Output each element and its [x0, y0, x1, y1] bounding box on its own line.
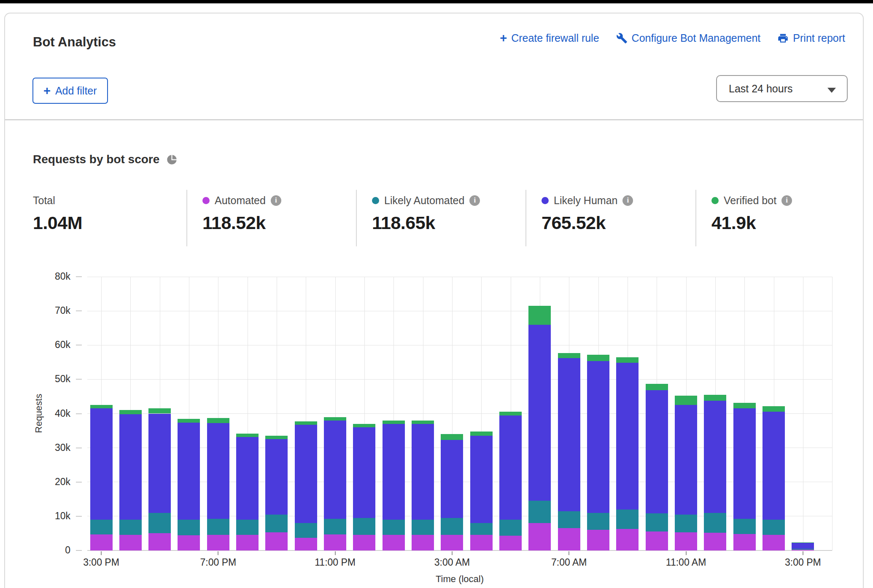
- y-tick-label: 0: [28, 545, 70, 556]
- bar-100pm[interactable]: [733, 403, 756, 550]
- verified-bot-segment: [383, 421, 405, 424]
- verified-bot-segment: [499, 412, 522, 415]
- bar-300pm[interactable]: [90, 405, 113, 550]
- likely-human-segment: [587, 361, 609, 513]
- automated-segment: [412, 535, 434, 550]
- likely-human-segment: [675, 405, 697, 515]
- likely-automated-segment: [441, 518, 463, 535]
- likely-human-segment: [119, 414, 142, 520]
- likely-automated-segment: [675, 515, 697, 532]
- x-axis-title: Time (local): [401, 574, 519, 585]
- verified-bot-segment: [441, 434, 463, 440]
- bar-1100am[interactable]: [675, 396, 697, 550]
- automated-segment: [178, 535, 200, 550]
- likely-human-segment: [646, 390, 668, 514]
- bar-1000am[interactable]: [646, 384, 668, 550]
- top-bar: [0, 0, 873, 3]
- likely-automated-segment: [646, 513, 668, 531]
- likely-human-segment: [207, 423, 229, 519]
- likely-human-segment: [528, 325, 551, 501]
- verified-bot-segment: [324, 417, 346, 421]
- bar-800am[interactable]: [587, 355, 609, 550]
- bar-200pm[interactable]: [763, 406, 785, 550]
- y-tick-label: 50k: [28, 373, 70, 385]
- bar-800pm[interactable]: [236, 434, 259, 550]
- bar-600pm[interactable]: [178, 419, 200, 550]
- y-tick-label: 10k: [28, 510, 70, 522]
- x-tick: [803, 551, 803, 555]
- likely-human-segment: [558, 358, 580, 511]
- bar-300pm[interactable]: [792, 542, 814, 550]
- likely-human-segment: [792, 543, 814, 549]
- y-tick: [76, 516, 82, 517]
- bar-600am[interactable]: [528, 306, 551, 550]
- automated-segment: [763, 535, 785, 550]
- bar-400pm[interactable]: [119, 410, 142, 550]
- likely-automated-segment: [148, 513, 171, 534]
- automated-segment: [207, 535, 229, 550]
- x-tick-label: 3:00 PM: [67, 557, 135, 568]
- likely-automated-segment: [792, 549, 814, 550]
- bar-300am[interactable]: [441, 434, 463, 550]
- bar-900am[interactable]: [616, 357, 639, 550]
- likely-human-segment: [236, 437, 259, 520]
- verified-bot-segment: [528, 306, 551, 325]
- y-tick-label: 70k: [28, 305, 70, 316]
- likely-human-segment: [763, 412, 785, 520]
- automated-segment: [587, 530, 609, 550]
- likely-human-segment: [265, 439, 288, 514]
- automated-segment: [499, 536, 522, 550]
- bar-1000pm[interactable]: [295, 421, 317, 550]
- automated-segment: [265, 532, 288, 550]
- verified-bot-segment: [178, 419, 200, 423]
- verified-bot-segment: [148, 408, 171, 413]
- x-tick: [101, 551, 102, 555]
- y-tick-label: 20k: [28, 476, 70, 488]
- gridline-v: [832, 277, 833, 550]
- likely-automated-segment: [295, 523, 317, 538]
- likely-human-segment: [733, 408, 756, 519]
- likely-human-segment: [353, 427, 375, 518]
- automated-segment: [236, 535, 259, 550]
- y-tick: [76, 448, 82, 448]
- bar-700am[interactable]: [558, 353, 580, 550]
- automated-segment: [295, 538, 317, 550]
- bar-1200pm[interactable]: [704, 395, 726, 550]
- likely-automated-segment: [353, 518, 375, 535]
- verified-bot-segment: [265, 436, 288, 439]
- automated-segment: [119, 535, 142, 550]
- bar-500am[interactable]: [499, 412, 522, 550]
- bar-200am[interactable]: [412, 421, 434, 550]
- likely-human-segment: [295, 425, 317, 523]
- likely-human-segment: [441, 440, 463, 518]
- requests-by-bot-score-chart: 010k20k30k40k50k60k70k80k3:00 PM7:00 PM1…: [5, 13, 863, 588]
- bar-700pm[interactable]: [207, 418, 229, 550]
- x-tick-label: 11:00 AM: [652, 557, 720, 568]
- likely-automated-segment: [383, 520, 405, 535]
- automated-segment: [646, 531, 668, 550]
- automated-segment: [148, 533, 171, 550]
- automated-segment: [792, 550, 814, 550]
- bar-400am[interactable]: [470, 432, 493, 550]
- y-tick-label: 40k: [28, 408, 70, 419]
- bar-1100pm[interactable]: [324, 417, 346, 550]
- verified-bot-segment: [236, 434, 259, 437]
- likely-human-segment: [383, 424, 405, 520]
- automated-segment: [704, 533, 726, 550]
- gridline-h: [87, 345, 832, 345]
- likely-human-segment: [90, 408, 113, 520]
- likely-automated-segment: [763, 520, 785, 535]
- verified-bot-segment: [353, 424, 375, 427]
- likely-automated-segment: [236, 520, 259, 535]
- likely-automated-segment: [528, 501, 551, 523]
- bar-900pm[interactable]: [265, 436, 288, 550]
- bar-1200am[interactable]: [353, 424, 375, 550]
- bar-500pm[interactable]: [148, 408, 171, 550]
- likely-automated-segment: [265, 515, 288, 532]
- likely-automated-segment: [207, 519, 229, 534]
- verified-bot-segment: [558, 353, 580, 358]
- likely-human-segment: [470, 436, 493, 523]
- y-tick: [76, 345, 82, 345]
- x-tick: [452, 551, 453, 555]
- bar-100am[interactable]: [383, 421, 405, 550]
